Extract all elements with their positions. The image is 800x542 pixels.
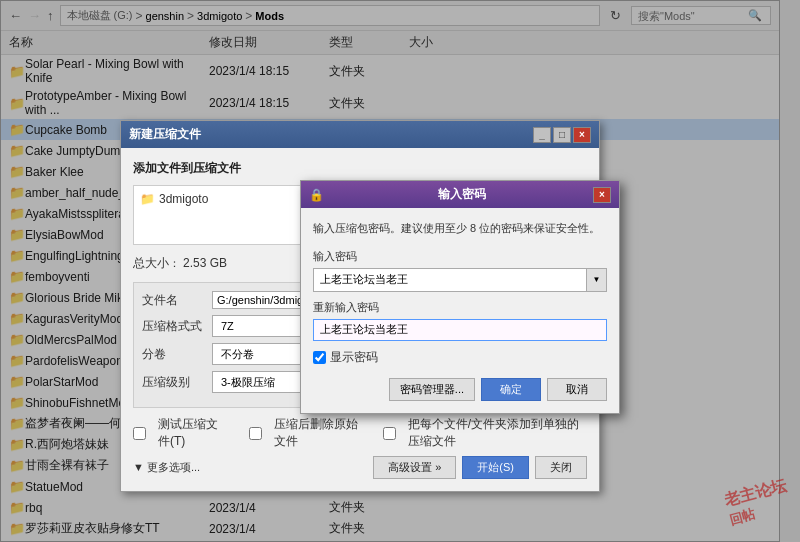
archive-filename: 3dmigoto (159, 192, 208, 206)
cancel-archive-btn[interactable]: 关闭 (535, 456, 587, 479)
pwd-field2-label: 重新输入密码 (313, 300, 607, 315)
show-password-checkbox[interactable] (313, 351, 326, 364)
pwd-window-controls: × (593, 187, 611, 203)
pwd-input2[interactable] (314, 320, 606, 340)
start-btn[interactable]: 开始(S) (462, 456, 529, 479)
pwd-input2-row (313, 319, 607, 341)
new-archive-title: 新建压缩文件 (129, 126, 201, 143)
each-checkbox[interactable] (383, 427, 396, 440)
archive-folder-icon: 📁 (140, 192, 155, 206)
pwd-input1[interactable] (314, 270, 586, 290)
maximize-btn[interactable]: □ (553, 127, 571, 143)
test-label: 测试压缩文件(T) (158, 416, 229, 450)
each-label: 把每个文件/文件夹添加到单独的压缩文件 (408, 416, 587, 450)
level-label: 压缩级别 (142, 374, 212, 391)
stats-value: 2.53 GB (183, 256, 227, 270)
advanced-btn[interactable]: 高级设置 » (373, 456, 456, 479)
delete-checkbox[interactable] (249, 427, 262, 440)
archive-section-title: 添加文件到压缩文件 (133, 160, 587, 177)
minimize-btn[interactable]: _ (533, 127, 551, 143)
pwd-content: 输入压缩包密码。建议使用至少 8 位的密码来保证安全性。 输入密码 ▼ 重新输入… (301, 208, 619, 413)
filename-label: 文件名 (142, 292, 212, 309)
pwd-input1-row: ▼ (313, 268, 607, 292)
password-dialog: 🔒 输入密码 × 输入压缩包密码。建议使用至少 8 位的密码来保证安全性。 输入… (300, 180, 620, 414)
new-archive-titlebar: 新建压缩文件 _ □ × (121, 121, 599, 148)
pwd-cancel-btn[interactable]: 取消 (547, 378, 607, 401)
format-label: 压缩格式式 (142, 318, 212, 335)
show-password-row: 显示密码 (313, 349, 607, 366)
stats-label: 总大小 (133, 256, 169, 270)
checkbox-row1: 测试压缩文件(T) 压缩后删除原始文件 把每个文件/文件夹添加到单独的压缩文件 (133, 416, 587, 450)
split-label: 分卷 (142, 346, 212, 363)
pwd-close-btn[interactable]: × (593, 187, 611, 203)
pwd-actions: 密码管理器... 确定 取消 (313, 378, 607, 401)
pwd-title: 输入密码 (438, 186, 486, 203)
delete-label: 压缩后删除原始文件 (274, 416, 362, 450)
more-options-btn[interactable]: ▼ 更多选项... (133, 460, 200, 475)
window-controls: _ □ × (533, 127, 591, 143)
test-checkbox[interactable] (133, 427, 146, 440)
pwd-titlebar: 🔒 输入密码 × (301, 181, 619, 208)
pwd-field1-label: 输入密码 (313, 249, 607, 264)
show-password-label: 显示密码 (330, 349, 378, 366)
pwd-dropdown1-btn[interactable]: ▼ (586, 269, 606, 291)
pwd-ok-btn[interactable]: 确定 (481, 378, 541, 401)
pwd-icon: 🔒 (309, 188, 324, 202)
pwd-description: 输入压缩包密码。建议使用至少 8 位的密码来保证安全性。 (313, 220, 607, 237)
pwd-manager-btn[interactable]: 密码管理器... (389, 378, 475, 401)
close-btn[interactable]: × (573, 127, 591, 143)
